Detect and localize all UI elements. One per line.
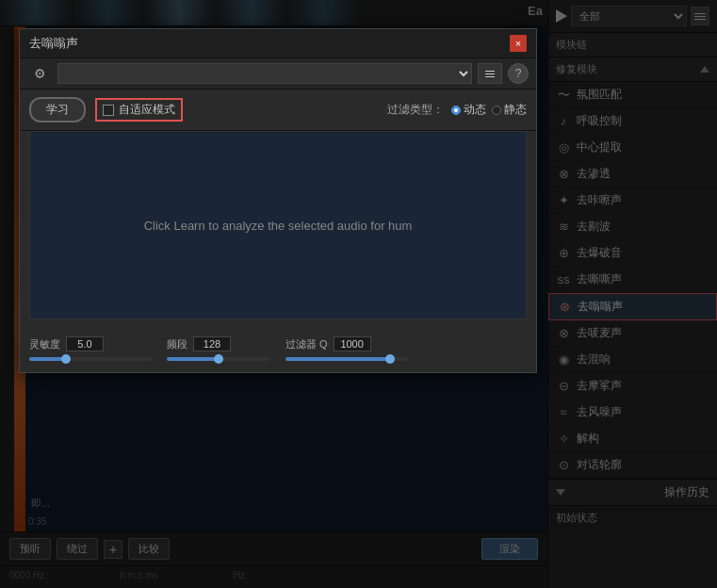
toolbar-preset-select[interactable] <box>57 63 472 84</box>
frequency-label: 频段 <box>167 337 187 351</box>
dialog-close-button[interactable]: × <box>510 35 527 52</box>
dialog-main-display: Click Learn to analyze the selected audi… <box>29 131 527 319</box>
filter-dynamic-option[interactable]: 动态 <box>451 102 486 118</box>
filterq-slider-track[interactable] <box>285 357 408 361</box>
filterq-value[interactable]: 1000 <box>334 336 371 351</box>
frequency-label-row: 频段 128 <box>167 336 270 351</box>
frequency-slider-group: 频段 128 <box>167 336 270 361</box>
frequency-slider-fill <box>167 357 219 361</box>
filterq-slider-fill <box>285 357 390 361</box>
filter-static-option[interactable]: 静态 <box>492 102 527 118</box>
dialog-toolbar: ⚙ ? <box>20 58 536 90</box>
filter-static-radio[interactable] <box>492 106 501 115</box>
filter-dynamic-radio[interactable] <box>451 106 461 115</box>
help-icon: ? <box>515 67 522 80</box>
sensitivity-label-row: 灵敏度 5.0 <box>29 336 152 351</box>
filterq-slider-group: 过滤器 Q 1000 <box>285 336 408 361</box>
adaptive-mode-label: 自适应模式 <box>119 102 175 118</box>
frequency-slider-track[interactable] <box>167 357 270 361</box>
dialog-title: 去嗡嗡声 <box>29 35 78 52</box>
toolbar-menu-button[interactable] <box>478 63 502 84</box>
adaptive-mode-group: 自适应模式 <box>95 98 183 122</box>
filter-type-label: 过滤类型： <box>387 102 444 118</box>
adaptive-mode-checkbox[interactable] <box>103 105 114 116</box>
filterq-slider-thumb[interactable] <box>385 354 395 364</box>
filter-dynamic-label: 动态 <box>464 102 486 118</box>
toolbar-settings-button[interactable]: ⚙ <box>27 63 52 84</box>
learn-button[interactable]: 学习 <box>29 97 86 122</box>
filter-type-radio-group: 动态 静态 <box>451 102 527 118</box>
settings-icon: ⚙ <box>34 66 46 81</box>
filterq-label: 过滤器 Q <box>285 337 328 351</box>
sensitivity-slider-track[interactable] <box>29 357 152 361</box>
filter-type-group: 过滤类型： 动态 静态 <box>387 102 527 118</box>
sliders-section: 灵敏度 5.0 频段 128 <box>20 329 536 372</box>
filter-static-label: 静态 <box>504 102 527 118</box>
dehum-dialog: 去嗡嗡声 × ⚙ ? 学习 自适应模式 <box>19 28 537 373</box>
dialog-title-bar: 去嗡嗡声 × <box>20 29 536 58</box>
toolbar-help-button[interactable]: ? <box>508 63 529 84</box>
dialog-controls-row: 学习 自适应模式 过滤类型： 动态 静态 <box>20 90 536 131</box>
dialog-hint-text: Click Learn to analyze the selected audi… <box>144 219 413 233</box>
sensitivity-value[interactable]: 5.0 <box>66 336 104 351</box>
frequency-value[interactable]: 128 <box>193 336 231 351</box>
sensitivity-label: 灵敏度 <box>29 337 60 351</box>
sensitivity-slider-group: 灵敏度 5.0 <box>29 336 152 361</box>
sensitivity-slider-thumb[interactable] <box>61 354 71 364</box>
frequency-slider-thumb[interactable] <box>214 354 223 364</box>
filterq-label-row: 过滤器 Q 1000 <box>285 336 408 351</box>
dialog-overlay: 去嗡嗡声 × ⚙ ? 学习 自适应模式 <box>0 0 717 588</box>
